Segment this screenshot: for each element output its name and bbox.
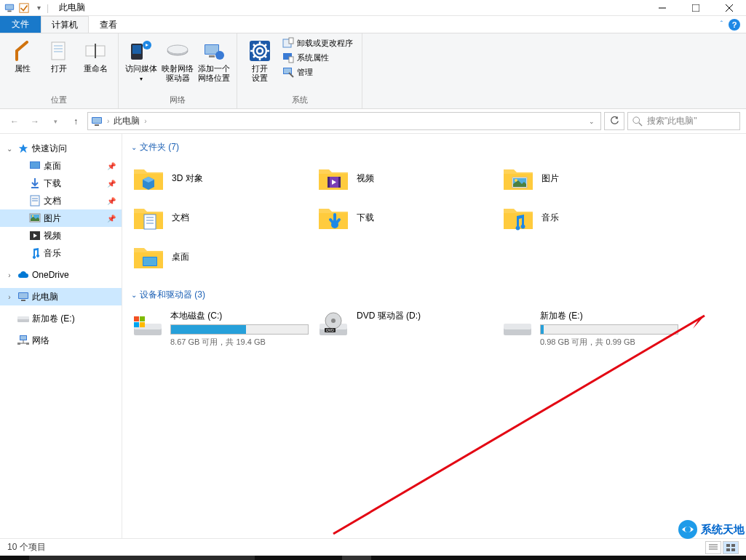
- drive-item[interactable]: 本地磁盘 (C:)8.67 GB 可用，共 19.4 GB: [131, 307, 306, 349]
- svg-rect-5: [692, 4, 699, 12]
- tree-new-volume[interactable]: 新加卷 (E:): [0, 310, 122, 327]
- qat-checkbox-icon[interactable]: [17, 1, 31, 15]
- star-icon: [17, 143, 29, 154]
- ribbon-group-system: 打开 设置 卸载或更改程序 系统属性 管理 系统: [237, 33, 362, 108]
- svg-rect-20: [205, 45, 218, 54]
- search-input[interactable]: 搜索"此电脑": [627, 112, 740, 130]
- start-button[interactable]: [0, 556, 29, 560]
- taskbar-explorer-icon[interactable]: [342, 556, 371, 560]
- svg-rect-101: [731, 548, 735, 551]
- rename-button[interactable]: 重命名: [79, 36, 112, 73]
- titlebar: ▾ | 此电脑: [0, 0, 746, 16]
- tree-onedrive[interactable]: › OneDrive: [0, 266, 122, 284]
- address-dropdown-icon[interactable]: ⌄: [589, 118, 595, 125]
- details-view-button[interactable]: [705, 541, 721, 554]
- svg-point-88: [331, 319, 336, 323]
- item-count: 10 个项目: [7, 541, 46, 553]
- minimize-button[interactable]: [646, 0, 679, 16]
- folder-item[interactable]: 3D 对象: [131, 159, 306, 197]
- ribbon-file-tab[interactable]: 文件: [0, 16, 41, 33]
- tree-item[interactable]: 下载📌: [0, 175, 122, 192]
- uninstall-programs-button[interactable]: 卸载或更改程序: [279, 36, 356, 49]
- svg-rect-100: [726, 548, 730, 551]
- system-properties-button[interactable]: 系统属性: [279, 51, 356, 64]
- svg-rect-78: [143, 257, 156, 265]
- system-menu-icon[interactable]: [3, 1, 16, 15]
- nav-back-button[interactable]: ←: [6, 113, 23, 130]
- svg-rect-64: [17, 343, 20, 345]
- folder-icon: [502, 162, 534, 194]
- access-media-button[interactable]: 访问媒体▾: [124, 36, 158, 84]
- task-view-button[interactable]: [284, 556, 313, 560]
- maximize-button[interactable]: [679, 0, 713, 16]
- svg-rect-82: [140, 316, 145, 321]
- tree-item[interactable]: 音乐: [0, 244, 122, 262]
- svg-point-53: [32, 215, 33, 217]
- taskbar-mail-icon[interactable]: [371, 556, 400, 560]
- drive-item[interactable]: 新加卷 (E:)0.98 GB 可用，共 0.99 GB: [501, 307, 675, 349]
- folder-item[interactable]: 音乐: [501, 199, 675, 236]
- window-title: 此电脑: [59, 1, 85, 14]
- folder-item[interactable]: 桌面: [131, 238, 306, 276]
- svg-rect-37: [289, 57, 293, 63]
- tree-network[interactable]: 网络: [0, 332, 122, 349]
- nav-recent-dropdown[interactable]: ▾: [47, 113, 64, 130]
- manage-button[interactable]: 管理: [279, 65, 356, 79]
- nav-forward-button[interactable]: →: [26, 113, 44, 130]
- tree-item[interactable]: 图片📌: [0, 209, 122, 227]
- tiles-view-button[interactable]: [723, 541, 739, 554]
- ribbon-tab-computer[interactable]: 计算机: [41, 16, 89, 33]
- ribbon-body: 属性 打开 重命名 位置 访问媒体▾ 映射网络 驱动器: [0, 33, 746, 109]
- refresh-button[interactable]: [604, 112, 624, 130]
- pc-icon: [91, 116, 103, 127]
- status-bar: 10 个项目: [0, 538, 746, 556]
- content-pane: ⌄ 文件夹 (7) 3D 对象视频图片文档下载音乐桌面 ⌄ 设备和驱动器 (3)…: [122, 134, 746, 538]
- capacity-bar: [170, 324, 309, 335]
- tree-quick-access[interactable]: ⌄ 快速访问: [0, 140, 122, 157]
- cloud-icon: [17, 269, 29, 281]
- map-drive-button[interactable]: 映射网络 驱动器: [161, 36, 194, 83]
- svg-rect-42: [95, 124, 99, 126]
- svg-point-18: [167, 45, 188, 54]
- folder-icon: [317, 201, 349, 233]
- taskbar-search[interactable]: 在这里输入你要搜索的内容: [29, 556, 255, 560]
- add-network-location-button[interactable]: 添加一个 网络位置: [197, 36, 231, 83]
- folder-icon: [29, 230, 41, 241]
- folder-item[interactable]: 文档: [131, 199, 306, 236]
- taskbar: 在这里输入你要搜索的内容 ˄ 英 20: [0, 556, 746, 560]
- close-button[interactable]: [713, 0, 746, 16]
- svg-rect-15: [132, 45, 141, 54]
- properties-button[interactable]: 属性: [6, 36, 39, 73]
- breadcrumb[interactable]: 此电脑: [114, 115, 140, 127]
- drives-group-header[interactable]: ⌄ 设备和驱动器 (3): [131, 289, 737, 301]
- svg-rect-57: [21, 300, 25, 301]
- qat-dropdown-icon[interactable]: ▾: [32, 1, 45, 15]
- address-input[interactable]: › 此电脑 › ⌄: [87, 112, 601, 130]
- tree-item[interactable]: 桌面📌: [0, 157, 122, 175]
- folder-item[interactable]: 下载: [316, 199, 491, 236]
- navigation-pane: ⌄ 快速访问 桌面📌下载📌文档📌图片📌视频音乐 › OneDrive › 此电脑…: [0, 134, 122, 538]
- folders-group-header[interactable]: ⌄ 文件夹 (7): [131, 141, 737, 153]
- address-bar: ← → ▾ ↑ › 此电脑 › ⌄ 搜索"此电脑": [0, 109, 746, 134]
- svg-rect-83: [134, 322, 139, 327]
- open-settings-button[interactable]: 打开 设置: [243, 36, 277, 83]
- chevron-down-icon: ⌄: [131, 291, 137, 299]
- cortana-button[interactable]: [255, 556, 284, 560]
- tree-this-pc[interactable]: › 此电脑: [0, 288, 122, 305]
- svg-rect-35: [289, 38, 293, 44]
- help-icon[interactable]: ?: [729, 19, 740, 31]
- chevron-right-icon: ›: [4, 271, 15, 279]
- ribbon-tab-view[interactable]: 查看: [89, 16, 128, 33]
- svg-rect-98: [726, 544, 730, 547]
- nav-up-button[interactable]: ↑: [67, 113, 84, 130]
- tree-item[interactable]: 视频: [0, 227, 122, 244]
- tree-item[interactable]: 文档📌: [0, 192, 122, 209]
- chevron-down-icon: ⌄: [4, 145, 15, 153]
- svg-point-122: [685, 527, 691, 532]
- ribbon-collapse-icon[interactable]: ˆ: [721, 20, 723, 28]
- open-button[interactable]: 打开: [42, 36, 76, 73]
- folder-item[interactable]: 图片: [501, 159, 675, 197]
- folder-item[interactable]: 视频: [316, 159, 491, 197]
- taskbar-edge-icon[interactable]: [313, 556, 342, 560]
- drive-item[interactable]: DVDDVD 驱动器 (D:): [316, 307, 491, 349]
